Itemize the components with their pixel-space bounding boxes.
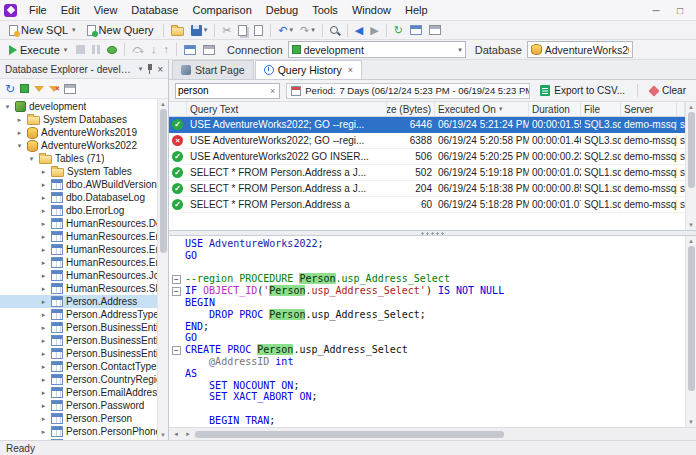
- scroll-down-icon[interactable]: ▼: [688, 220, 694, 230]
- code-line[interactable]: −--region PROCEDURE Person.usp_Address_S…: [169, 273, 685, 285]
- collapse-all-icon[interactable]: [64, 84, 76, 94]
- column-header-executed-on[interactable]: Executed On▼: [435, 102, 529, 116]
- menu-window[interactable]: Window: [345, 2, 398, 18]
- window-layout-button[interactable]: [426, 24, 444, 36]
- filter-icon[interactable]: [34, 86, 44, 92]
- find-button[interactable]: [327, 25, 343, 35]
- expander-collapsed-icon[interactable]: ▸: [39, 220, 48, 228]
- column-header-query-text[interactable]: Query Text: [187, 102, 387, 116]
- pause-button[interactable]: [89, 44, 103, 55]
- tree-item[interactable]: ▸HumanResources.Employee: [0, 230, 157, 243]
- minimize-button[interactable]: ─: [644, 2, 668, 19]
- scroll-up-icon[interactable]: ▲: [688, 236, 694, 246]
- scroll-up-icon[interactable]: ▲: [160, 99, 166, 109]
- menu-view[interactable]: View: [87, 2, 125, 18]
- code-line[interactable]: BEGIN TRAN;: [169, 415, 685, 427]
- clear-search-icon[interactable]: ×: [268, 86, 277, 96]
- sql-hscrollbar[interactable]: ◂ ▸: [169, 427, 696, 440]
- menu-comparison[interactable]: Comparison: [185, 2, 258, 18]
- refresh-button[interactable]: ↻: [391, 24, 406, 37]
- tree-item[interactable]: ▸Person.ContactType: [0, 360, 157, 373]
- expander-collapsed-icon[interactable]: ▸: [39, 402, 48, 410]
- tree-item[interactable]: ▾AdventureWorks2022: [0, 139, 157, 152]
- expander-collapsed-icon[interactable]: ▸: [39, 285, 48, 293]
- step-over-button[interactable]: ⤼: [129, 43, 147, 56]
- explorer-scrollbar[interactable]: ▲ ▼: [157, 99, 168, 440]
- search-input[interactable]: [178, 85, 268, 96]
- scroll-up-icon[interactable]: ▲: [688, 102, 694, 112]
- expander-collapsed-icon[interactable]: ▸: [39, 272, 48, 280]
- tree-item[interactable]: ▸HumanResources.JobCandidate: [0, 269, 157, 282]
- menu-debug[interactable]: Debug: [259, 2, 305, 18]
- history-row[interactable]: ✓USE AdventureWorks2022 GO INSER...50606…: [169, 149, 685, 165]
- column-header-duration[interactable]: Duration: [529, 102, 581, 116]
- save-button[interactable]: ▾: [188, 24, 211, 37]
- expander-collapsed-icon[interactable]: ▸: [39, 337, 48, 345]
- fold-collapse-icon[interactable]: −: [172, 346, 181, 355]
- code-line[interactable]: AS: [169, 368, 685, 380]
- expander-collapsed-icon[interactable]: ▸: [39, 194, 48, 202]
- tree-item[interactable]: ▸dbo.AWBuildVersion: [0, 178, 157, 191]
- connection-combobox[interactable]: development ▾: [288, 41, 466, 58]
- column-header-file[interactable]: File: [581, 102, 621, 116]
- paste-button[interactable]: [251, 24, 266, 37]
- code-line[interactable]: GO: [169, 332, 685, 344]
- chevron-down-icon[interactable]: ▾: [139, 65, 143, 73]
- scrollbar-thumb[interactable]: [688, 112, 695, 188]
- tree-item[interactable]: ▸HumanResources.EmployeeDepartmentHistor…: [0, 243, 157, 256]
- sql-scrollbar[interactable]: ▲ ▼: [685, 236, 696, 427]
- copy-button[interactable]: [235, 24, 250, 37]
- results-grid-button[interactable]: [407, 24, 425, 36]
- expander-collapsed-icon[interactable]: ▸: [39, 324, 48, 332]
- tree-item[interactable]: ▸Person.EmailAddress: [0, 386, 157, 399]
- step-out-button[interactable]: ↑: [161, 43, 173, 56]
- scrollbar-thumb[interactable]: [688, 246, 695, 391]
- code-line[interactable]: [169, 403, 685, 415]
- tab-start-page[interactable]: Start Page: [172, 60, 254, 79]
- expander-collapsed-icon[interactable]: ▸: [39, 363, 48, 371]
- pin-icon[interactable]: [146, 64, 153, 75]
- expander-collapsed-icon[interactable]: ▸: [39, 168, 48, 176]
- menu-help[interactable]: Help: [398, 2, 435, 18]
- expander-collapsed-icon[interactable]: ▸: [39, 376, 48, 384]
- new-query-button[interactable]: New Query: [82, 23, 159, 37]
- menu-edit[interactable]: Edit: [54, 2, 87, 18]
- tree-item[interactable]: ▸dbo.ErrorLog: [0, 204, 157, 217]
- expander-collapsed-icon[interactable]: ▸: [39, 415, 48, 423]
- redo-button[interactable]: ↷▾: [297, 24, 318, 37]
- expander-collapsed-icon[interactable]: ▸: [39, 311, 48, 319]
- expander-collapsed-icon[interactable]: ▸: [39, 207, 48, 215]
- scroll-down-icon[interactable]: ▼: [160, 430, 166, 440]
- tree-item[interactable]: ▸HumanResources.EmployeePayHistory: [0, 256, 157, 269]
- code-line[interactable]: BEGIN: [169, 297, 685, 309]
- code-line[interactable]: [169, 262, 685, 274]
- expander-expanded-icon[interactable]: ▾: [27, 155, 36, 163]
- scroll-right-icon[interactable]: ▸: [183, 430, 193, 438]
- expander-collapsed-icon[interactable]: ▸: [15, 116, 24, 124]
- expander-collapsed-icon[interactable]: ▸: [15, 129, 24, 137]
- database-combobox[interactable]: AdventureWorks2022: [527, 41, 633, 58]
- sql-code[interactable]: USE AdventureWorks2022;GO−--region PROCE…: [169, 236, 685, 427]
- tree-item[interactable]: ▸Person.CountryRegion: [0, 373, 157, 386]
- history-row[interactable]: ✓USE AdventureWorks2022; GO --regi...644…: [169, 117, 685, 133]
- tree-item[interactable]: ▸Person.AddressType: [0, 308, 157, 321]
- code-line[interactable]: USE AdventureWorks2022;: [169, 238, 685, 250]
- tab-query-history[interactable]: Query History×: [255, 60, 362, 79]
- tree-item[interactable]: ▸Person.PersonPhone: [0, 425, 157, 438]
- tree-item[interactable]: ▸Person.Password: [0, 399, 157, 412]
- expander-collapsed-icon[interactable]: ▸: [39, 350, 48, 358]
- expander-expanded-icon[interactable]: ▾: [15, 142, 24, 150]
- tree-item[interactable]: ▸Person.BusinessEntity: [0, 321, 157, 334]
- navigate-forward-button[interactable]: ▶: [367, 24, 381, 37]
- new-sql-button[interactable]: New SQL ▾: [4, 23, 81, 37]
- tree-item[interactable]: ▸Person.BusinessEntityContact: [0, 347, 157, 360]
- expander-collapsed-icon[interactable]: ▸: [39, 246, 48, 254]
- grid-scrollbar[interactable]: ▲ ▼: [685, 102, 696, 230]
- scrollbar-thumb[interactable]: [160, 109, 167, 253]
- clear-filter-icon[interactable]: [49, 86, 59, 92]
- step-into-button[interactable]: ↓: [148, 43, 160, 56]
- stop-button[interactable]: [73, 44, 88, 55]
- menu-file[interactable]: File: [22, 2, 54, 18]
- column-header-size-bytes-[interactable]: Size (Bytes): [387, 102, 435, 116]
- fold-collapse-icon[interactable]: −: [172, 287, 181, 296]
